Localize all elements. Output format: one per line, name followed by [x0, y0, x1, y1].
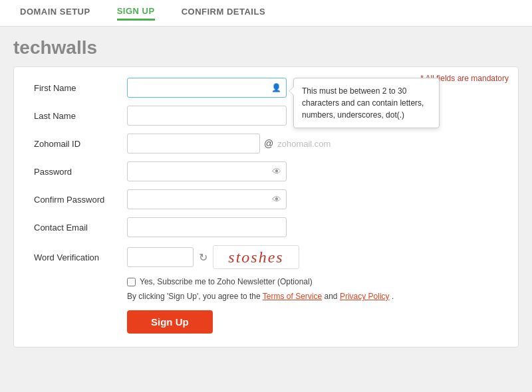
contact-email-input[interactable] [127, 217, 287, 237]
logo: techwalls [13, 37, 519, 58]
zohomail-domain: zohomail.com [277, 139, 331, 149]
password-wrapper: 👁 [127, 161, 287, 181]
logo-text: techwalls [13, 37, 97, 58]
first-name-label: First Name [34, 83, 127, 93]
first-name-tooltip: This must be between 2 to 30 characters … [293, 78, 440, 128]
confirm-password-wrapper: 👁 [127, 189, 287, 209]
word-verification-input[interactable] [127, 247, 194, 267]
word-verification-row: Word Verification ↻ stoshes [34, 245, 498, 269]
last-name-label: Last Name [34, 111, 127, 121]
newsletter-checkbox[interactable] [127, 278, 136, 286]
logo-gray: walls [52, 37, 97, 58]
eye-icon-confirm: 👁 [272, 194, 281, 205]
top-navigation: DOMAIN SETUP SIGN UP CONFIRM DETAILS [0, 0, 532, 27]
newsletter-row: Yes, Subscribe me to Zoho Newsletter (Op… [127, 277, 498, 286]
person-icon: 👤 [271, 83, 281, 92]
signup-button[interactable]: Sign Up [127, 310, 213, 334]
captcha-box: stoshes [213, 245, 299, 269]
confirm-password-input[interactable] [127, 189, 287, 209]
terms-link[interactable]: Terms of Service [263, 292, 322, 301]
newsletter-label: Yes, Subscribe me to Zoho Newsletter (Op… [140, 277, 313, 286]
captcha-text: stoshes [228, 248, 283, 266]
eye-icon: 👁 [272, 166, 281, 177]
form-card: * All fields are mandatory First Name 👤 … [13, 66, 519, 347]
refresh-icon[interactable]: ↻ [199, 251, 207, 264]
password-input[interactable] [127, 161, 287, 181]
confirm-password-row: Confirm Password 👁 [34, 189, 498, 209]
first-name-wrapper: 👤 [127, 78, 287, 98]
page-content: techwalls * All fields are mandatory Fir… [0, 27, 532, 358]
last-name-input[interactable] [127, 106, 287, 126]
nav-item-sign-up[interactable]: SIGN UP [117, 6, 155, 21]
nav-item-confirm-details[interactable]: CONFIRM DETAILS [182, 7, 265, 19]
terms-suffix: . [392, 292, 394, 301]
terms-row: By clicking 'Sign Up', you agree to the … [127, 292, 498, 301]
confirm-password-label: Confirm Password [34, 195, 127, 205]
contact-email-row: Contact Email [34, 217, 498, 237]
logo-red: tech [13, 37, 52, 58]
first-name-input[interactable] [127, 78, 287, 98]
word-verification-label: Word Verification [34, 252, 127, 262]
zohomail-row: Zohomail ID @ zohomail.com [34, 134, 498, 153]
terms-middle: and [325, 292, 340, 301]
contact-email-label: Contact Email [34, 223, 127, 233]
at-sign: @ [264, 138, 273, 149]
nav-item-domain-setup[interactable]: DOMAIN SETUP [20, 7, 90, 19]
first-name-row: First Name 👤 This must be between 2 to 3… [34, 78, 498, 98]
zohomail-input-group: @ zohomail.com [127, 134, 331, 153]
password-row: Password 👁 [34, 161, 498, 181]
password-label: Password [34, 167, 127, 177]
zohomail-label: Zohomail ID [34, 139, 127, 149]
privacy-link[interactable]: Privacy Policy [340, 292, 390, 301]
zohomail-input[interactable] [127, 134, 260, 153]
word-verify-group: ↻ stoshes [127, 245, 299, 269]
terms-prefix: By clicking 'Sign Up', you agree to the [127, 292, 263, 301]
